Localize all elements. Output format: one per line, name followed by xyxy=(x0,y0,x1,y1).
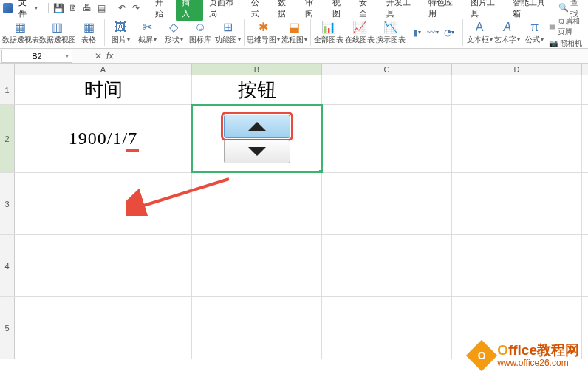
file-menu[interactable]: 文件 ▾ xyxy=(16,0,44,21)
col-header-b[interactable]: B xyxy=(192,64,322,75)
row-header-3[interactable]: 3 xyxy=(0,173,15,234)
screenshot-icon: ✂ xyxy=(140,20,154,35)
cell-c4[interactable] xyxy=(322,235,452,296)
watermark-text: Office教程网 www.office26.com xyxy=(497,343,579,368)
chevron-down-icon: ▾ xyxy=(66,52,69,59)
row-2: 2 1900/1/7 xyxy=(0,105,588,173)
separator xyxy=(310,19,311,46)
quick-access-toolbar: 文件 ▾ 💾 🗎 🖶 ▤ ↶ ↷ xyxy=(3,0,142,21)
triangle-up-icon xyxy=(248,122,266,131)
pivot-chart-icon: ▥ xyxy=(50,20,65,35)
pie-icon: ◔▾ xyxy=(442,25,457,40)
name-box[interactable]: B2 ▾ xyxy=(1,50,72,63)
mini-charts[interactable]: ▮▾ 〰▾ ◔▾ xyxy=(406,24,459,41)
save-icon[interactable]: 💾 xyxy=(53,2,64,14)
cell-d2[interactable] xyxy=(452,105,582,172)
wordart-icon: A xyxy=(500,20,515,35)
table-button[interactable]: ▦表格 xyxy=(76,18,101,47)
shapes-icon: ◇ xyxy=(166,20,181,35)
textbox-button[interactable]: A文本框▾ xyxy=(466,18,493,47)
cell-text: 按钮 xyxy=(238,77,276,103)
fill-handle[interactable] xyxy=(319,170,322,172)
separator xyxy=(48,3,49,13)
watermark: O Office教程网 www.office26.com xyxy=(471,343,579,368)
header-footer-button[interactable]: ▤页眉和页脚 xyxy=(549,16,585,37)
cell-b4[interactable] xyxy=(192,235,322,296)
col-header-c[interactable]: C xyxy=(322,64,452,75)
ribbon-right: ▤页眉和页脚 📷照相机 xyxy=(549,16,585,49)
cell-a3[interactable] xyxy=(15,173,192,234)
redo-icon[interactable]: ↷ xyxy=(131,2,142,14)
select-all-corner[interactable] xyxy=(0,64,15,75)
row-3: 3 xyxy=(0,173,588,235)
print-preview-icon[interactable]: ▤ xyxy=(96,2,107,14)
cell-d1[interactable] xyxy=(452,75,582,104)
triangle-down-icon xyxy=(248,147,266,156)
col-header-d[interactable]: D xyxy=(452,64,582,75)
menu-bar: 文件 ▾ 💾 🗎 🖶 ▤ ↶ ↷ 开始 插入 页面布局 公式 数据 审阅 视图 … xyxy=(0,0,588,16)
save-as-icon[interactable]: 🗎 xyxy=(67,2,78,14)
chevron-down-icon: ▾ xyxy=(35,4,38,11)
cell-c5[interactable] xyxy=(322,297,452,359)
column-headers: A B C D xyxy=(0,64,588,75)
all-charts-button[interactable]: 📊全部图表 xyxy=(314,18,343,47)
spinner-down-button[interactable] xyxy=(224,140,290,163)
mindmap-icon: ✱ xyxy=(256,20,271,35)
cell-b5[interactable] xyxy=(192,297,322,359)
online-charts-button[interactable]: 📈在线图表 xyxy=(345,18,375,47)
cell-d4[interactable] xyxy=(452,235,582,296)
tab-featured[interactable]: 特色应用 xyxy=(423,0,465,21)
print-icon[interactable]: 🖶 xyxy=(81,2,92,14)
fx-icon[interactable]: fx xyxy=(106,51,113,61)
col-header-a[interactable]: A xyxy=(15,64,192,75)
separator xyxy=(104,19,105,46)
cell-d3[interactable] xyxy=(452,173,582,234)
func-chart-button[interactable]: ⊞功能图▾ xyxy=(214,18,241,47)
equation-icon: π xyxy=(527,20,542,35)
func-chart-icon: ⊞ xyxy=(220,20,235,35)
row-1: 1 时间 按钮 xyxy=(0,75,588,105)
pivot-chart-button[interactable]: ▥数据透视图 xyxy=(40,18,75,47)
icon-lib-icon: ☺ xyxy=(193,20,208,35)
picture-icon: 🖼 xyxy=(113,20,128,35)
cell-c3[interactable] xyxy=(322,173,452,234)
camera-button[interactable]: 📷照相机 xyxy=(549,38,585,49)
cell-b2[interactable] xyxy=(192,105,322,172)
cell-c1[interactable] xyxy=(322,75,452,104)
spinner-up-button[interactable] xyxy=(224,115,290,138)
undo-icon[interactable]: ↶ xyxy=(116,2,127,14)
demo-chart-icon: 📉 xyxy=(383,20,398,35)
watermark-badge-icon: O xyxy=(466,340,497,371)
row-header-2[interactable]: 2 xyxy=(0,105,15,172)
shapes-button[interactable]: ◇形状▾ xyxy=(161,18,186,47)
cancel-icon[interactable]: ✕ xyxy=(95,51,102,61)
wordart-button[interactable]: A艺术字▾ xyxy=(494,18,521,47)
formula-bar: B2 ▾ ✕ fx xyxy=(0,49,588,64)
row-header-4[interactable]: 4 xyxy=(0,235,15,296)
cell-c2[interactable] xyxy=(322,105,452,172)
pivot-table-button[interactable]: ▦数据透视表 xyxy=(3,18,38,47)
cell-a1[interactable]: 时间 xyxy=(15,75,192,104)
spinner-control xyxy=(224,115,290,163)
flowchart-button[interactable]: ⬓流程图▾ xyxy=(281,18,308,47)
line-icon: 〰▾ xyxy=(425,25,440,40)
cell-b1[interactable]: 按钮 xyxy=(192,75,322,104)
demo-charts-button[interactable]: 📉演示图表 xyxy=(376,18,406,47)
row-header-5[interactable]: 5 xyxy=(0,297,15,359)
separator xyxy=(462,19,463,46)
cell-text: 1900/1/7 xyxy=(69,129,137,149)
cell-a2[interactable]: 1900/1/7 xyxy=(15,105,192,172)
icon-lib-button[interactable]: ☺图标库 xyxy=(188,18,213,47)
picture-button[interactable]: 🖼图片▾ xyxy=(108,18,133,47)
cell-b3[interactable] xyxy=(192,173,322,234)
app-icon xyxy=(3,3,13,13)
equation-button[interactable]: π公式▾ xyxy=(522,18,547,47)
cell-a4[interactable] xyxy=(15,235,192,296)
screenshot-button[interactable]: ✂截屏▾ xyxy=(134,18,160,47)
mindmap-button[interactable]: ✱思维导图▾ xyxy=(247,18,280,47)
row-header-1[interactable]: 1 xyxy=(0,75,15,104)
bar-icon: ▮▾ xyxy=(409,25,424,40)
cell-a5[interactable] xyxy=(15,297,192,359)
name-box-value: B2 xyxy=(32,52,41,61)
search-icon: 🔍 xyxy=(558,3,569,13)
